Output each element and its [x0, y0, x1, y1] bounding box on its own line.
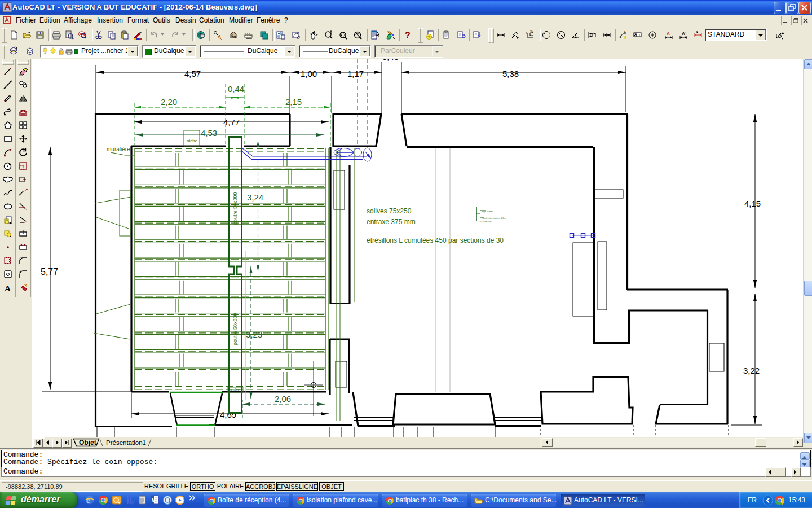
svg-text:1,17: 1,17: [347, 69, 364, 78]
svg-text:3,24: 3,24: [247, 192, 263, 202]
svg-text:A: A: [624, 30, 626, 34]
svg-text:Présentation1: Présentation1: [106, 439, 146, 446]
svg-text:3,22: 3,22: [743, 366, 760, 375]
svg-text:poutre 50x300: poutre 50x300: [232, 192, 238, 225]
svg-text:.1: .1: [638, 33, 641, 37]
svg-text:2,20: 2,20: [161, 97, 177, 107]
svg-text:étrésillons L cumulées 450 par: étrésillons L cumulées 450 par sections …: [367, 237, 504, 244]
svg-text:Y: Y: [526, 31, 528, 34]
svg-text:A: A: [5, 284, 11, 293]
svg-text:portée: portée: [230, 388, 240, 392]
svg-text:Mge 50mm: Mge 50mm: [482, 210, 493, 213]
svg-text:5,77: 5,77: [41, 267, 58, 277]
svg-text:e: e: [86, 496, 90, 505]
svg-text:3,23: 3,23: [246, 330, 262, 339]
svg-text:muralière: muralière: [107, 146, 130, 152]
svg-text:5,38: 5,38: [502, 69, 519, 78]
svg-text:A: A: [667, 31, 670, 36]
svg-text:A: A: [684, 31, 686, 34]
svg-text:Parol entre solives 1,5m: Parol entre solives 1,5m: [482, 217, 506, 220]
svg-text:2,15: 2,15: [285, 97, 302, 107]
svg-text:4,69: 4,69: [220, 410, 236, 419]
svg-text:4,53: 4,53: [201, 128, 217, 138]
svg-text:4,15: 4,15: [744, 199, 761, 208]
svg-text:0,44: 0,44: [228, 84, 244, 94]
svg-text:poutre 50x300: poutre 50x300: [232, 313, 238, 345]
svg-text:1,00: 1,00: [301, 69, 317, 78]
svg-text:+0,00M 0,80: +0,00M 0,80: [479, 220, 492, 223]
svg-text:entraxe 375 mm: entraxe 375 mm: [367, 218, 416, 226]
svg-text:solives 75x250: solives 75x250: [367, 207, 412, 215]
svg-text:?: ?: [405, 30, 411, 40]
svg-text:2,06: 2,06: [275, 394, 291, 404]
svg-text:niche: niche: [187, 138, 198, 143]
svg-text:Objet: Objet: [79, 439, 96, 446]
svg-text:4,57: 4,57: [184, 69, 201, 78]
